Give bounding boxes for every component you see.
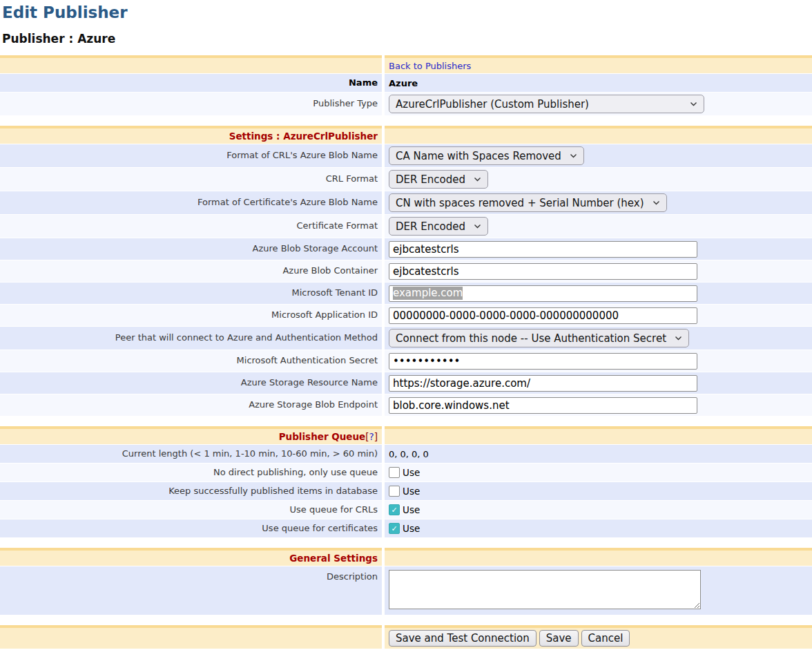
- blob-container-cell: [385, 260, 812, 282]
- cert-format-cell: DER Encoded: [385, 215, 812, 238]
- checkbox-label: Use: [403, 504, 420, 515]
- description-textarea[interactable]: [389, 570, 701, 609]
- settings-table: Settings : AzureCrlPublisher Format of C…: [0, 126, 812, 416]
- selected-option-label: DER Encoded: [396, 220, 465, 233]
- chevron-down-icon: [474, 177, 481, 182]
- crl-format-select[interactable]: DER Encoded: [389, 170, 488, 189]
- crl-blob-format-cell: CA Name with Spaces Removed: [385, 144, 812, 167]
- resource-name-field[interactable]: [389, 375, 697, 392]
- checkbox-label: Use: [403, 486, 420, 497]
- queue-crls-cell: ✓ Use: [385, 501, 812, 519]
- table-row: Format of CRL's Azure Blob Name CA Name …: [0, 144, 812, 167]
- auth-secret-cell: [385, 350, 812, 372]
- publisher-info-table: Back to Publishers Name Azure Publisher …: [0, 55, 812, 115]
- tenant-id-label: Microsoft Tenant ID: [0, 283, 382, 304]
- back-to-publishers-link[interactable]: Back to Publishers: [389, 61, 471, 71]
- table-row: Publisher Queue[?]: [0, 426, 812, 444]
- save-button[interactable]: Save: [539, 630, 579, 647]
- peer-method-label: Peer that will connect to Azure and Auth…: [0, 327, 382, 350]
- peer-method-cell: Connect from this node -- Use Authentica…: [385, 327, 812, 350]
- crl-format-label: CRL Format: [0, 168, 382, 191]
- keep-published-cell: Use: [385, 482, 812, 500]
- selected-option-label: DER Encoded: [396, 173, 465, 186]
- queue-certs-cell: ✓ Use: [385, 519, 812, 537]
- table-row: Keep successfully published items in dat…: [0, 482, 812, 500]
- blob-endpoint-label: Azure Storage Blob Endpoint: [0, 394, 382, 416]
- cancel-button[interactable]: Cancel: [581, 630, 630, 647]
- tenant-id-cell: example.com: [385, 283, 812, 304]
- publisher-type-select[interactable]: AzureCrlPublisher (Custom Publisher): [389, 95, 704, 113]
- no-direct-publishing-label: No direct publishing, only use queue: [0, 464, 382, 481]
- current-length-label: Current length (< 1 min, 1-10 min, 10-60…: [0, 445, 382, 463]
- application-id-field[interactable]: [389, 307, 697, 324]
- general-section-title: General Settings: [0, 548, 382, 566]
- selected-text: example.com: [393, 287, 463, 300]
- blob-endpoint-cell: [385, 394, 812, 416]
- table-row: Peer that will connect to Azure and Auth…: [0, 327, 812, 350]
- header-cell: [385, 548, 812, 566]
- table-row: Azure Storage Blob Endpoint: [0, 394, 812, 416]
- cert-format-select[interactable]: DER Encoded: [389, 217, 488, 236]
- chevron-down-icon: [570, 153, 577, 158]
- blob-container-label: Azure Blob Container: [0, 260, 382, 282]
- header-cell: [385, 426, 812, 444]
- resource-name-label: Azure Storage Resource Name: [0, 372, 382, 394]
- application-id-label: Microsoft Application ID: [0, 305, 382, 326]
- table-row: CRL Format DER Encoded: [0, 168, 812, 191]
- cert-blob-format-select[interactable]: CN with spaces removed + Serial Number (…: [389, 193, 667, 212]
- chevron-down-icon: [675, 336, 682, 341]
- resource-name-cell: [385, 372, 812, 394]
- storage-account-field[interactable]: [389, 241, 697, 258]
- header-cell: [385, 126, 812, 144]
- publisher-type-label: Publisher Type: [0, 93, 382, 115]
- auth-secret-label: Microsoft Authentication Secret: [0, 350, 382, 372]
- queue-certs-checkbox[interactable]: ✓: [389, 523, 400, 534]
- queue-crls-label: Use queue for CRLs: [0, 501, 382, 519]
- table-row: No direct publishing, only use queue Use: [0, 464, 812, 481]
- keep-published-label: Keep successfully published items in dat…: [0, 482, 382, 500]
- table-row: Microsoft Authentication Secret: [0, 350, 812, 372]
- cert-blob-format-cell: CN with spaces removed + Serial Number (…: [385, 191, 812, 214]
- cert-blob-format-label: Format of Certificate's Azure Blob Name: [0, 191, 382, 214]
- checkbox-label: Use: [403, 523, 420, 534]
- table-row: Back to Publishers: [0, 55, 812, 73]
- selected-option-label: CN with spaces removed + Serial Number (…: [396, 197, 644, 209]
- table-row: Certificate Format DER Encoded: [0, 215, 812, 238]
- queue-section-title: Publisher Queue: [279, 431, 366, 442]
- actions-table: Save and Test Connection Save Cancel: [0, 625, 812, 649]
- name-value: Azure: [385, 74, 812, 92]
- tenant-id-field[interactable]: example.com: [389, 285, 697, 302]
- checkbox-label: Use: [403, 467, 420, 478]
- name-label: Name: [0, 74, 382, 92]
- crl-blob-format-select[interactable]: CA Name with Spaces Removed: [389, 146, 584, 165]
- table-row: Microsoft Application ID: [0, 305, 812, 326]
- description-cell: [385, 566, 812, 615]
- blob-container-field[interactable]: [389, 263, 697, 280]
- blob-endpoint-field[interactable]: [389, 397, 697, 414]
- table-row: Format of Certificate's Azure Blob Name …: [0, 191, 812, 214]
- actions-cell: Save and Test Connection Save Cancel: [385, 625, 812, 649]
- chevron-down-icon: [690, 102, 697, 106]
- save-and-test-button[interactable]: Save and Test Connection: [389, 630, 536, 647]
- application-id-cell: [385, 305, 812, 326]
- storage-account-label: Azure Blob Storage Account: [0, 238, 382, 260]
- help-bracket-close: ]: [374, 431, 378, 442]
- page-title: Edit Publisher: [2, 3, 812, 21]
- crl-blob-format-label: Format of CRL's Azure Blob Name: [0, 144, 382, 167]
- publisher-type-cell: AzureCrlPublisher (Custom Publisher): [385, 93, 812, 115]
- keep-published-checkbox[interactable]: [389, 486, 400, 497]
- description-label: Description: [0, 566, 382, 615]
- queue-crls-checkbox[interactable]: ✓: [389, 504, 400, 515]
- queue-certs-label: Use queue for certificates: [0, 519, 382, 537]
- header-spacer-cell: [0, 55, 382, 73]
- no-direct-publishing-checkbox[interactable]: [389, 467, 400, 478]
- table-row: General Settings: [0, 548, 812, 566]
- selected-option-label: CA Name with Spaces Removed: [396, 150, 561, 162]
- peer-method-select[interactable]: Connect from this node -- Use Authentica…: [389, 329, 689, 347]
- current-length-value: 0, 0, 0, 0: [385, 445, 812, 463]
- auth-secret-field[interactable]: [389, 353, 697, 370]
- table-row: Settings : AzureCrlPublisher: [0, 126, 812, 144]
- help-link[interactable]: ?: [369, 431, 374, 442]
- chevron-down-icon: [474, 224, 481, 229]
- publisher-queue-table: Publisher Queue[?] Current length (< 1 m…: [0, 426, 812, 537]
